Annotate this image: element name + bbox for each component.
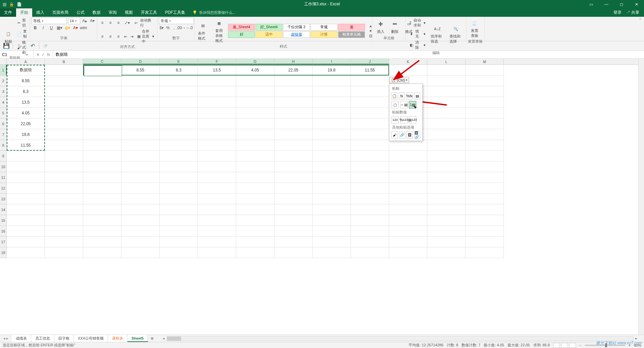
cell[interactable] xyxy=(466,140,504,151)
cell[interactable] xyxy=(236,151,274,161)
comma-format-icon[interactable]: , xyxy=(171,24,177,31)
cell[interactable] xyxy=(45,118,83,129)
zoom-slider[interactable] xyxy=(585,345,625,346)
cell[interactable]: 19.8 xyxy=(313,65,351,76)
cell[interactable] xyxy=(351,194,389,204)
sheet-tab[interactable]: 成绩表 xyxy=(12,335,31,342)
cell[interactable] xyxy=(83,118,121,129)
column-header[interactable]: A xyxy=(7,59,45,64)
border-button[interactable]: ▦▾ xyxy=(56,24,63,31)
cell[interactable] xyxy=(83,86,121,97)
cell[interactable] xyxy=(160,151,198,161)
cell[interactable] xyxy=(45,140,83,151)
cell[interactable] xyxy=(121,129,160,140)
cell[interactable] xyxy=(274,129,313,140)
cell[interactable] xyxy=(121,108,160,118)
row-header[interactable]: 3 xyxy=(0,86,7,97)
cell[interactable] xyxy=(313,194,351,204)
cell[interactable] xyxy=(45,215,83,226)
cell[interactable] xyxy=(313,204,351,215)
cell[interactable] xyxy=(198,237,236,247)
cell[interactable] xyxy=(121,215,160,226)
cell[interactable] xyxy=(198,86,236,97)
cell[interactable] xyxy=(274,247,313,258)
cell-style[interactable]: 超链接 xyxy=(283,31,310,38)
cell[interactable] xyxy=(427,226,466,237)
cell[interactable] xyxy=(83,215,121,226)
cell[interactable] xyxy=(389,247,427,258)
cell[interactable] xyxy=(389,194,427,204)
cell[interactable] xyxy=(389,65,427,76)
cell[interactable] xyxy=(466,161,504,172)
cell[interactable]: 6.3 xyxy=(160,65,198,76)
orientation-icon[interactable]: ⤢▾ xyxy=(123,19,130,26)
cell[interactable] xyxy=(466,108,504,118)
phonetic-button[interactable]: wén xyxy=(80,24,87,31)
cell[interactable] xyxy=(351,86,389,97)
cut-button[interactable]: ✂剪切 xyxy=(15,17,29,28)
cell[interactable] xyxy=(121,151,160,161)
cell-style[interactable]: 检查单元格 xyxy=(338,31,365,38)
cell[interactable] xyxy=(45,86,83,97)
cell[interactable] xyxy=(198,97,236,108)
cell[interactable] xyxy=(121,161,160,172)
cell[interactable] xyxy=(83,247,121,258)
cell[interactable] xyxy=(83,194,121,204)
autosum-button[interactable]: Σ自动求和▾ xyxy=(407,17,427,28)
row-header[interactable]: 12 xyxy=(0,183,7,194)
cell[interactable] xyxy=(121,76,160,86)
cell[interactable] xyxy=(121,172,160,183)
cell[interactable] xyxy=(427,151,466,161)
undo-icon[interactable]: ↶ xyxy=(30,43,36,49)
cell[interactable] xyxy=(274,140,313,151)
cell[interactable] xyxy=(351,183,389,194)
cell[interactable] xyxy=(83,204,121,215)
font-color-button[interactable]: A▾ xyxy=(72,24,79,31)
cell[interactable] xyxy=(274,172,313,183)
tab-developer[interactable]: 开发工具 xyxy=(137,8,161,17)
cell[interactable] xyxy=(121,118,160,129)
align-middle-icon[interactable]: ≡ xyxy=(107,19,114,26)
cell[interactable] xyxy=(45,76,83,86)
paste-all-icon[interactable]: 📋 xyxy=(391,92,397,100)
cell[interactable] xyxy=(83,226,121,237)
cell-style[interactable]: 千位分隔 2 xyxy=(283,24,310,31)
cell[interactable] xyxy=(121,237,160,247)
cell[interactable] xyxy=(121,194,160,204)
view-normal-icon[interactable] xyxy=(553,343,560,348)
cell[interactable] xyxy=(160,118,198,129)
cell[interactable]: 6.3 xyxy=(7,86,45,97)
percent-format-icon[interactable]: % xyxy=(165,24,170,31)
zoom-out-icon[interactable]: − xyxy=(579,343,581,347)
row-header[interactable]: 18 xyxy=(0,247,7,258)
cell[interactable] xyxy=(160,76,198,86)
cell[interactable] xyxy=(389,226,427,237)
cell[interactable] xyxy=(427,97,466,108)
enter-icon[interactable]: ✓ xyxy=(42,52,45,57)
cell[interactable] xyxy=(236,194,274,204)
cell[interactable] xyxy=(313,172,351,183)
format-painter-button[interactable]: 🖌格式刷 xyxy=(15,40,29,55)
cell[interactable]: 22.05 xyxy=(7,118,45,129)
row-header[interactable]: 8 xyxy=(0,140,7,151)
cell[interactable] xyxy=(351,151,389,161)
tab-data[interactable]: 数据 xyxy=(89,8,105,17)
column-header[interactable]: B xyxy=(45,59,83,64)
paste-options-smarttag[interactable]: 📋 (Ctrl) ▾ xyxy=(389,77,409,83)
cell[interactable]: 4.05 xyxy=(236,65,274,76)
merge-center-button[interactable]: ▦合并后居中▾ xyxy=(136,29,156,44)
row-header[interactable]: 2 xyxy=(0,76,7,86)
tab-pdf-tools[interactable]: PDF工具集 xyxy=(161,8,189,17)
cell[interactable] xyxy=(198,161,236,172)
cell[interactable] xyxy=(198,172,236,183)
cell[interactable] xyxy=(83,108,121,118)
sheet-tab[interactable]: 课程表 xyxy=(108,335,127,342)
paste-transpose-icon[interactable]: ⤵▤ xyxy=(409,101,416,108)
cell[interactable] xyxy=(160,215,198,226)
cell[interactable] xyxy=(160,247,198,258)
font-size-combo[interactable]: 14▾ xyxy=(68,17,80,24)
zoom-level[interactable]: 80% xyxy=(634,343,641,347)
cell[interactable]: 数据组 xyxy=(83,65,121,76)
cell[interactable] xyxy=(198,194,236,204)
cell[interactable] xyxy=(313,237,351,247)
